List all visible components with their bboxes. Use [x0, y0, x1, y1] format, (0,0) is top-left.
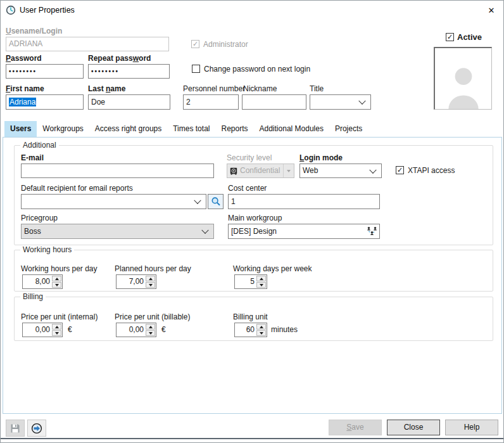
last-name-label: Last name [88, 84, 125, 93]
title-bar: User Properties ✕ [1, 1, 503, 20]
chevron-down-icon [369, 166, 376, 173]
tab-users[interactable]: Users [4, 121, 37, 137]
first-name-label: First name [6, 84, 44, 93]
default-recipient-label: Default recipient for email reports [21, 184, 133, 193]
tab-times-total[interactable]: Times total [167, 121, 215, 137]
planned-hours-per-day-spinner[interactable]: 7,00 [116, 274, 156, 289]
planned-hours-per-day-label: Planned hours per day [115, 264, 191, 273]
check-icon: ✓ [192, 40, 198, 48]
working-days-per-week-spinner[interactable]: 5 [234, 274, 267, 289]
window-bottom-edge [1, 438, 503, 439]
administrator-label: Administrator [203, 40, 248, 49]
price-billable-label: Price per unit (billable) [115, 312, 190, 321]
user-photo [434, 47, 492, 110]
change-password-label: Change password on next login [204, 65, 310, 74]
cost-center-input[interactable]: 1 [228, 194, 380, 209]
price-internal-unit: € [68, 325, 72, 334]
spin-up-button[interactable] [52, 276, 61, 281]
circle-arrow-icon [31, 423, 42, 434]
nickname-input[interactable] [242, 94, 306, 110]
working-days-per-week-label: Working days per week [233, 264, 312, 273]
working-hours-per-day-spinner[interactable]: 8,00 [22, 274, 63, 289]
close-icon: ✕ [488, 6, 495, 15]
chevron-down-icon [283, 164, 294, 177]
spin-up-button[interactable] [256, 276, 266, 281]
spin-up-button[interactable] [52, 324, 61, 330]
password-input[interactable]: •••••••• [6, 64, 84, 79]
spin-down-button[interactable] [256, 330, 266, 336]
default-recipient-select[interactable] [21, 194, 206, 209]
main-workgroup-label: Main workgroup [228, 214, 282, 222]
additional-group-legend: Additional [20, 141, 59, 150]
nickname-label: Nickname [243, 84, 277, 93]
billing-unit-label: Billing unit [233, 312, 268, 321]
clock-icon [6, 5, 16, 15]
save-toolbar-button[interactable] [6, 420, 25, 437]
cost-center-label: Cost center [228, 184, 267, 193]
chevron-down-icon [194, 197, 201, 204]
last-name-input[interactable]: Doe [88, 94, 170, 110]
user-properties-dialog: User Properties ✕ Usename/Login ADRIANA … [0, 0, 504, 443]
close-button[interactable]: Close [387, 420, 440, 435]
spin-down-button[interactable] [146, 330, 155, 336]
chevron-down-icon [201, 227, 208, 234]
personnel-number-input[interactable]: 2 [183, 94, 239, 110]
safe-icon [230, 167, 237, 175]
magnifier-icon [211, 196, 221, 207]
xtapi-access-checkbox[interactable]: ✓ [396, 166, 404, 174]
billing-unit-spinner[interactable]: 60 [234, 323, 267, 337]
tab-reports[interactable]: Reports [215, 121, 253, 137]
spin-up-button[interactable] [256, 324, 266, 330]
working-hours-legend: Working hours [20, 245, 74, 254]
login-account-button[interactable] [27, 420, 46, 437]
login-mode-select[interactable]: Web [299, 164, 382, 178]
additional-group: Additional E-mail Security level Confide… [14, 145, 493, 245]
person-silhouette-icon [444, 62, 483, 109]
main-workgroup-field[interactable]: [DES] Design [228, 224, 380, 239]
username-input: ADRIANA [6, 37, 169, 51]
administrator-checkbox: ✓ [191, 40, 199, 48]
working-hours-group: Working hours Working hours per day 8,00… [14, 250, 493, 292]
window-title: User Properties [20, 6, 75, 15]
selected-text: Adriana [9, 98, 36, 106]
check-icon: ✓ [447, 33, 453, 41]
price-billable-unit: € [161, 325, 166, 334]
price-internal-spinner[interactable]: 0,00 [22, 323, 63, 337]
billing-unit-suffix: minutes [271, 325, 298, 334]
login-mode-label: Login mode [299, 153, 343, 162]
tab-projects[interactable]: Projects [329, 121, 368, 137]
recipient-search-button[interactable] [208, 194, 224, 209]
users-tab-panel: Additional E-mail Security level Confide… [3, 137, 502, 414]
tab-additional-modules[interactable]: Additional Modules [254, 121, 329, 137]
spin-up-button[interactable] [146, 276, 155, 281]
repeat-password-input[interactable]: •••••••• [88, 64, 170, 79]
repeat-password-label: Repeat password [88, 54, 151, 63]
org-chart-icon [367, 226, 377, 236]
tab-strip: Users Workgroups Access right groups Tim… [4, 121, 368, 137]
close-button[interactable]: ✕ [483, 4, 500, 17]
spin-up-button[interactable] [146, 324, 155, 330]
change-password-checkbox[interactable] [192, 65, 200, 73]
tab-access-right-groups[interactable]: Access right groups [89, 121, 167, 137]
check-icon: ✓ [397, 166, 403, 174]
working-hours-per-day-label: Working hours per day [21, 264, 98, 273]
xtapi-access-label: XTAPI access [408, 166, 455, 175]
pricegroup-label: Pricegroup [21, 214, 58, 222]
password-label: Password [6, 54, 42, 63]
personnel-number-label: Personnel number [183, 84, 245, 93]
active-checkbox[interactable]: ✓ [446, 33, 454, 41]
spin-down-button[interactable] [52, 330, 61, 336]
help-button[interactable]: Help [445, 420, 498, 435]
first-name-input[interactable]: Adriana [6, 94, 84, 110]
email-input[interactable] [21, 164, 214, 178]
spin-down-button[interactable] [256, 282, 266, 288]
tab-workgroups[interactable]: Workgroups [37, 121, 89, 137]
pricegroup-select[interactable]: Boss [21, 224, 214, 239]
spin-down-button[interactable] [52, 282, 61, 288]
spin-down-button[interactable] [146, 282, 155, 288]
price-internal-label: Price per unit (internal) [21, 312, 98, 321]
email-label: E-mail [21, 153, 44, 162]
title-select[interactable] [310, 94, 371, 110]
price-billable-spinner[interactable]: 0,00 [116, 323, 156, 337]
billing-legend: Billing [20, 292, 46, 301]
